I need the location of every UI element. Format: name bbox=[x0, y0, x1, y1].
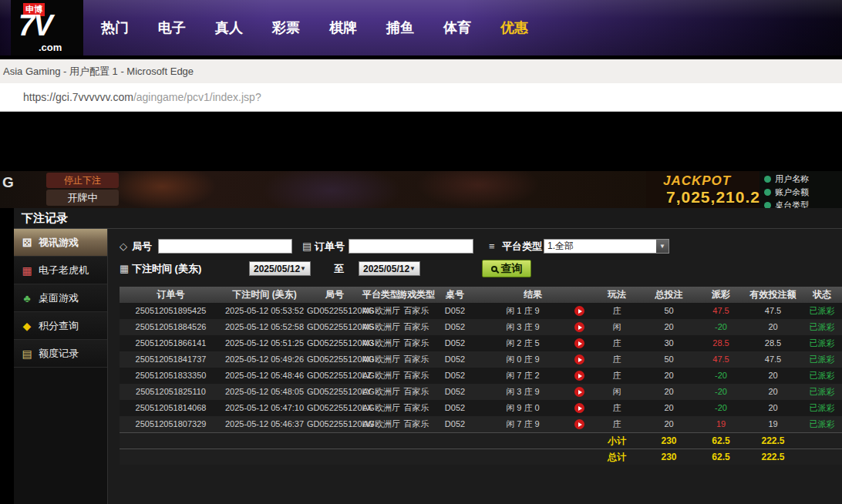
column-header: 局号 bbox=[307, 287, 362, 303]
date-from-picker[interactable]: 2025/05/12 ▼ bbox=[249, 261, 311, 276]
cell-total-bet: 20 bbox=[640, 416, 698, 432]
window-title: Asia Gaming - 用户配置 1 - Microsoft Edge bbox=[3, 66, 194, 77]
date-from-value: 2025/05/12 bbox=[254, 264, 300, 274]
nav-item-slots[interactable]: 电子 bbox=[143, 18, 200, 37]
bet-record-row: 2505120518333502025-05-12 05:48:46GD0522… bbox=[120, 368, 842, 384]
platform-type-icon: ≡ bbox=[489, 240, 495, 252]
diamond-icon: ◆ bbox=[21, 320, 33, 332]
dealing-status-label: 开牌中 bbox=[46, 190, 119, 206]
summary-value: 230 bbox=[640, 433, 698, 449]
cell-valid-bet: 20 bbox=[744, 400, 802, 416]
cell-order-no: 250512051884526 bbox=[120, 319, 222, 335]
cell-bet-time: 2025-05-12 05:51:25 bbox=[222, 335, 307, 351]
replay-icon[interactable] bbox=[574, 419, 584, 429]
cell-play: 庄 bbox=[594, 351, 640, 368]
round-number-input[interactable] bbox=[158, 239, 292, 254]
cell-bet-time: 2025-05-12 05:46:37 bbox=[222, 416, 307, 432]
bet-records-panel: 下注记录 ⚄视讯游戏▦电子老虎机♣桌面游戏◆积分查询▤额度记录 ◇ 局号 ▤ 订… bbox=[14, 208, 842, 504]
sidebar-item-table-games[interactable]: ♣桌面游戏 bbox=[14, 284, 107, 312]
nav-item-hot[interactable]: 热门 bbox=[86, 18, 143, 37]
cell-platform: AG欧洲厅 bbox=[362, 416, 395, 432]
order-number-input[interactable] bbox=[349, 239, 473, 254]
search-button[interactable]: 查询 bbox=[482, 260, 531, 277]
cell-payout: 47.5 bbox=[698, 303, 744, 319]
user-panel-row-table-type: 桌台类型 bbox=[759, 199, 842, 208]
chevron-down-icon: ▼ bbox=[409, 265, 416, 272]
replay-icon[interactable] bbox=[574, 371, 584, 381]
sidebar-item-slot-machines[interactable]: ▦电子老虎机 bbox=[14, 257, 107, 284]
browser-addressbar[interactable]: https://gci.7vvvvvv.com/agingame/pcv1/in… bbox=[0, 83, 842, 112]
cell-play: 庄 bbox=[594, 416, 640, 432]
date-to-connector-label: 至 bbox=[334, 261, 344, 276]
bet-records-table: 订单号下注时间 (美东)局号平台类型游戏类型桌号结果玩法总投注派彩有效投注额状态… bbox=[120, 287, 842, 465]
cell-platform: AG欧洲厅 bbox=[362, 384, 395, 400]
cell-table-no: D052 bbox=[438, 368, 472, 384]
cell-status: 已派彩 bbox=[802, 351, 842, 368]
user-name-label: 用户名称 bbox=[775, 173, 809, 185]
cell-table-no: D052 bbox=[438, 319, 472, 335]
replay-icon[interactable] bbox=[574, 403, 584, 413]
nav-item-board-games[interactable]: 棋牌 bbox=[315, 18, 372, 37]
search-button-label: 查询 bbox=[501, 262, 523, 276]
replay-icon[interactable] bbox=[574, 387, 584, 397]
ag-corner-logo: G bbox=[2, 174, 14, 191]
document-icon: ▤ bbox=[21, 348, 33, 360]
cell-round-no: GD052255120LW bbox=[307, 416, 362, 432]
result-text: 闲 7 庄 9 bbox=[506, 416, 539, 432]
play-triangle bbox=[578, 325, 582, 330]
cell-bet-time: 2025-05-12 05:53:52 bbox=[222, 303, 307, 319]
site-logo[interactable]: 申博 7V .com bbox=[11, 0, 83, 55]
jackpot-value: 7,025,210.2 bbox=[666, 188, 760, 207]
cell-valid-bet: 47.5 bbox=[744, 303, 802, 319]
cell-status: 已派彩 bbox=[802, 319, 842, 335]
user-panel-row-account-balance: 账户余额 bbox=[759, 186, 842, 199]
nav-item-sports[interactable]: 体育 bbox=[429, 18, 486, 37]
summary-value: 62.5 bbox=[698, 449, 744, 465]
sidebar-item-quota-records[interactable]: ▤额度记录 bbox=[14, 340, 107, 368]
summary-value: 62.5 bbox=[698, 433, 744, 449]
cell-valid-bet: 19 bbox=[744, 416, 802, 432]
cell-platform: AG欧洲厅 bbox=[362, 319, 395, 335]
date-to-picker[interactable]: 2025/05/12 ▼ bbox=[359, 261, 420, 276]
nav-item-fishing[interactable]: 捕鱼 bbox=[372, 18, 429, 37]
cell-platform: AG欧洲厅 bbox=[362, 400, 395, 416]
replay-icon[interactable] bbox=[574, 322, 584, 332]
cell-round-no: GD052255120LY bbox=[307, 384, 362, 400]
replay-icon[interactable] bbox=[574, 306, 584, 316]
summary-value: 230 bbox=[640, 449, 698, 465]
column-header: 有效投注额 bbox=[744, 287, 802, 303]
result-text: 闲 1 庄 9 bbox=[506, 303, 539, 319]
cell-payout: 28.5 bbox=[698, 335, 744, 351]
cell-play: 闲 bbox=[594, 319, 640, 335]
cell-payout: -20 bbox=[698, 368, 744, 384]
order-number-icon: ▤ bbox=[302, 240, 312, 252]
column-header: 桌号 bbox=[438, 287, 472, 303]
replay-icon[interactable] bbox=[574, 354, 584, 365]
cell-play: 庄 bbox=[594, 400, 640, 416]
sidebar-item-points-query[interactable]: ◆积分查询 bbox=[14, 312, 107, 340]
replay-icon[interactable] bbox=[574, 338, 584, 348]
order-number-label: 订单号 bbox=[315, 239, 345, 254]
stop-bet-status-label: 停止下注 bbox=[46, 173, 119, 188]
sidebar-item-label: 视讯游戏 bbox=[39, 236, 79, 250]
site-nav: 申博 7V .com 热门电子真人彩票棋牌捕鱼体育优惠 bbox=[0, 0, 842, 55]
cell-payout: -20 bbox=[698, 384, 744, 400]
sidebar-item-label: 额度记录 bbox=[39, 347, 79, 361]
column-header: 下注时间 (美东) bbox=[222, 287, 307, 303]
nav-item-lottery[interactable]: 彩票 bbox=[258, 18, 315, 37]
nav-item-promotions[interactable]: 优惠 bbox=[486, 18, 543, 37]
column-header: 玩法 bbox=[594, 287, 640, 303]
sidebar-item-label: 电子老虎机 bbox=[39, 264, 89, 277]
platform-type-select[interactable]: 1.全部 ▼ bbox=[544, 239, 669, 254]
cell-status: 已派彩 bbox=[802, 416, 842, 432]
nav-item-live[interactable]: 真人 bbox=[200, 18, 258, 37]
platform-type-label: 平台类型 bbox=[502, 239, 542, 254]
play-triangle bbox=[578, 422, 582, 427]
column-header: 订单号 bbox=[120, 287, 222, 303]
cell-total-bet: 50 bbox=[640, 303, 698, 319]
sidebar-item-video-games[interactable]: ⚄视讯游戏 bbox=[14, 229, 107, 257]
play-triangle bbox=[578, 374, 582, 378]
cell-game-type: 百家乐 bbox=[395, 303, 438, 319]
search-icon bbox=[491, 266, 497, 272]
cell-order-no: 250512051825110 bbox=[120, 384, 222, 400]
